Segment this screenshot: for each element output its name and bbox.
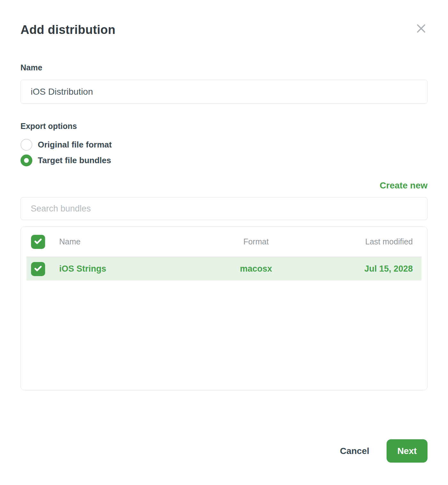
search-bundles-input[interactable] (20, 197, 428, 220)
radio-label: Target file bundles (38, 155, 111, 165)
check-icon (33, 236, 43, 247)
header-checkbox-cell (21, 235, 59, 249)
close-button[interactable] (414, 22, 428, 36)
select-all-checkbox[interactable] (31, 235, 45, 249)
name-label: Name (20, 63, 428, 72)
row-checkbox[interactable] (31, 262, 45, 276)
create-new-row: Create new (20, 180, 428, 191)
radio-unselected-icon[interactable] (20, 139, 32, 151)
row-bundle-last-modified: Jul 15, 2028 (296, 264, 421, 274)
check-icon (33, 264, 43, 274)
radio-selected-icon[interactable] (20, 155, 32, 166)
add-distribution-dialog: Add distribution Name Export options Ori… (0, 0, 448, 483)
header-last-modified: Last modified (296, 237, 427, 246)
radio-target-file-bundles[interactable]: Target file bundles (20, 155, 428, 166)
radio-original-file-format[interactable]: Original file format (20, 139, 428, 151)
export-options-label: Export options (20, 122, 428, 131)
row-bundle-format: macosx (216, 264, 296, 274)
row-bundle-name: iOS Strings (59, 264, 216, 274)
row-checkbox-cell (27, 262, 59, 276)
cancel-button[interactable]: Cancel (340, 446, 369, 456)
export-options-group: Original file format Target file bundles (20, 139, 428, 166)
header-name: Name (59, 237, 216, 246)
name-input[interactable] (20, 80, 428, 104)
close-icon (415, 23, 427, 35)
next-button[interactable]: Next (387, 439, 428, 463)
dialog-footer: Cancel Next (20, 439, 428, 463)
create-new-link[interactable]: Create new (380, 180, 428, 190)
table-row-ios-strings[interactable]: iOS Strings macosx Jul 15, 2028 (27, 257, 421, 281)
header-format: Format (216, 237, 296, 246)
bundles-table: Name Format Last modified iOS Strings ma… (20, 227, 428, 390)
bundles-table-header: Name Format Last modified (21, 227, 427, 257)
dialog-title: Add distribution (20, 23, 428, 37)
radio-label: Original file format (38, 140, 112, 150)
